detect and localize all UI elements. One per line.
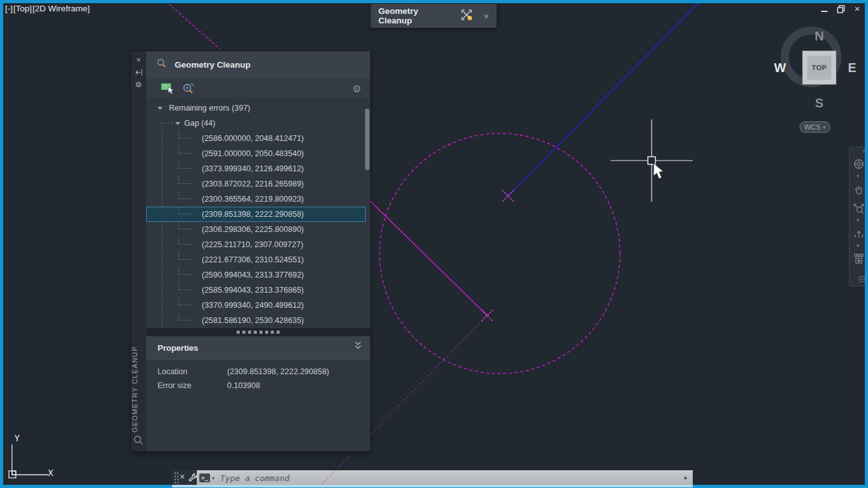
tree-items: (2586.000000, 2048.412471) (2591.000000,…	[146, 131, 370, 328]
viewport-controls: [-][Top][2D Wireframe]	[5, 4, 90, 13]
collapse-triangle-icon[interactable]	[175, 122, 180, 125]
tree-item[interactable]: (2581.586190, 2530.428635)	[146, 313, 366, 328]
crosshair-cursor	[611, 119, 693, 202]
recent-commands-caret[interactable]: ▾	[212, 475, 214, 481]
property-value: (2309.851398, 2222.290858)	[227, 367, 329, 376]
compass-east[interactable]: E	[848, 61, 856, 75]
property-row-location: Location (2309.851398, 2222.290858)	[146, 365, 370, 379]
scrollbar-thumb[interactable]	[365, 109, 369, 170]
palette-title: Geometry Cleanup	[175, 60, 251, 70]
zoom-dropdown-caret[interactable]: ▾	[857, 218, 859, 223]
blue-line	[508, 3, 699, 196]
properties-header[interactable]: Properties	[146, 336, 370, 359]
palette-side-label: GEOMETRY CLEANUP	[131, 340, 146, 435]
property-row-error-size: Error size 0.103908	[146, 379, 370, 393]
viewport-menu-expand[interactable]: [-]	[5, 4, 13, 13]
tree-connector	[178, 267, 192, 275]
tree-item[interactable]: (2586.000000, 2048.412471)	[146, 131, 366, 146]
palette-properties-icon[interactable]: ⚙	[131, 79, 146, 90]
orbit-dropdown-caret[interactable]: ▾	[857, 243, 859, 248]
view-cube-face-label: TOP	[807, 56, 831, 80]
view-cube: N S W E TOP	[773, 25, 859, 114]
compass-south[interactable]: S	[815, 96, 823, 111]
navigation-wheel-icon[interactable]	[852, 157, 865, 171]
drag-grip-handle[interactable]	[174, 472, 178, 484]
tree-item[interactable]: (2590.994043, 2313.377692)	[146, 267, 366, 283]
window-controls: ×	[820, 4, 862, 14]
palette-close-icon[interactable]: ×	[131, 54, 146, 65]
zoom-extents-icon[interactable]	[852, 202, 865, 215]
geometry-cleanup-tab[interactable]: Geometry Cleanup ×	[371, 4, 497, 28]
tree-scrollbar[interactable]	[365, 104, 369, 324]
wheel-dropdown-caret[interactable]: ▾	[857, 174, 859, 179]
viewport-view-control[interactable]: [Top]	[13, 4, 32, 13]
settings-gear-icon[interactable]: ⚙	[352, 83, 361, 95]
compass-north[interactable]: N	[815, 29, 824, 44]
tree-item[interactable]: (2300.365564, 2219.800923)	[146, 192, 366, 207]
minimize-button[interactable]	[820, 4, 829, 13]
tree-connector	[178, 192, 192, 199]
tree-item[interactable]: (2303.872022, 2216.265989)	[146, 176, 366, 192]
tree-item-label: (2585.994043, 2313.376865)	[202, 286, 304, 295]
tree-root-remaining-errors[interactable]: Remaining errors (397)	[146, 101, 370, 116]
property-label: Location	[158, 367, 227, 376]
tree-item[interactable]: (3373.999340, 2126.499612)	[146, 161, 366, 176]
wcs-dropdown[interactable]: WCS ▾	[800, 121, 830, 133]
magenta-dashed-circle	[380, 133, 620, 374]
tab-title: Geometry Cleanup	[378, 6, 452, 25]
showmotion-icon[interactable]	[852, 252, 865, 265]
restore-button[interactable]	[836, 4, 845, 13]
orbit-icon[interactable]	[852, 227, 865, 240]
magenta-dashed-line-topleft	[166, 1, 220, 49]
tab-close-icon[interactable]: ×	[483, 11, 489, 21]
compass-west[interactable]: W	[774, 61, 786, 75]
magenta-solid-line	[369, 200, 487, 315]
tree-connector	[178, 207, 192, 214]
navbar-close-icon[interactable]: ×	[862, 147, 866, 155]
tree-connector	[178, 252, 192, 260]
tree-item[interactable]: (2591.000000, 2050.483540)	[146, 146, 366, 161]
command-placeholder: Type a command	[220, 473, 290, 483]
command-history-up-icon[interactable]: ▲	[683, 474, 688, 480]
collapse-chevron-icon[interactable]	[354, 341, 363, 353]
palette-autohide-icon[interactable]	[131, 66, 146, 78]
command-line-bar: × >_ ▾ Type a command ▲	[172, 470, 693, 485]
customize-wrench-icon[interactable]	[188, 473, 197, 485]
restore-icon	[837, 5, 845, 13]
error-tree: Remaining errors (397) Gap (44) (2586.00…	[146, 101, 370, 328]
wcs-caret-icon: ▾	[823, 125, 826, 130]
select-errors-button[interactable]	[160, 82, 175, 97]
tree-item[interactable]: (2309.851398, 2222.290858)	[146, 207, 366, 222]
properties-body: Location (2309.851398, 2222.290858) Erro…	[146, 360, 370, 451]
pan-icon[interactable]	[852, 183, 865, 196]
tree-connector	[178, 222, 192, 229]
tree-connector	[178, 237, 192, 245]
viewport-visual-style-control[interactable]: [2D Wireframe]	[32, 4, 90, 13]
tree-group-gap[interactable]: Gap (44)	[146, 116, 370, 131]
move-palette-icon	[461, 9, 473, 23]
tree-connector	[160, 123, 173, 123]
panel-resize-handle[interactable]	[146, 328, 370, 336]
command-prompt-icon[interactable]: >_	[199, 473, 210, 482]
command-input[interactable]: >_ ▾ Type a command ▲	[197, 470, 693, 485]
zoom-to-error-button[interactable]	[182, 82, 197, 97]
collapse-triangle-icon[interactable]	[158, 107, 163, 110]
tree-item-label: (2300.365564, 2219.800923)	[202, 195, 304, 204]
close-window-button[interactable]: ×	[853, 4, 862, 13]
command-bar-close-icon[interactable]: ×	[180, 472, 185, 482]
tree-item[interactable]: (2306.298306, 2225.800890)	[146, 222, 366, 237]
tree-connector	[178, 131, 192, 138]
tree-item[interactable]: (2221.677306, 2310.524551)	[146, 252, 366, 267]
tree-item[interactable]: (2225.211710, 2307.009727)	[146, 237, 366, 252]
tree-item-label: (2586.000000, 2048.412471)	[202, 134, 304, 143]
tree-item-label: (2309.851398, 2222.290858)	[202, 210, 304, 219]
tree-connector	[178, 283, 192, 290]
tree-item[interactable]: (2585.994043, 2313.376865)	[146, 283, 366, 298]
command-bar-underline	[172, 485, 693, 487]
palette-title-strip[interactable]: × ⚙ GEOMETRY CLEANUP	[131, 51, 146, 451]
navbar-customize-icon[interactable]	[859, 274, 865, 285]
view-cube-top-face[interactable]: TOP	[802, 51, 836, 85]
tree-item[interactable]: (3370.999340, 2490.499612)	[146, 298, 366, 313]
error-marker-upper	[502, 190, 514, 202]
application-window: Y X [-][Top][2D Wireframe] × Geometry Cl…	[0, 0, 868, 488]
